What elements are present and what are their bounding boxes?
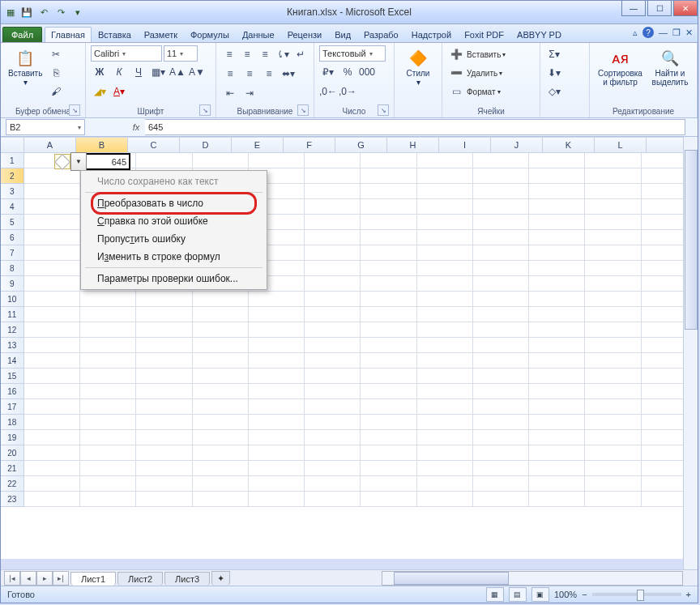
cell[interactable]	[136, 307, 192, 322]
cell[interactable]	[193, 307, 249, 322]
column-header[interactable]: K	[543, 138, 595, 152]
cell[interactable]	[417, 245, 473, 261]
qat-save-icon[interactable]: 💾	[19, 5, 34, 19]
styles-button[interactable]: 🔶 Стили▾	[399, 45, 437, 89]
cell[interactable]	[585, 215, 641, 230]
cell[interactable]	[473, 430, 529, 445]
row-header[interactable]: 17	[1, 399, 24, 415]
doc-close-icon[interactable]: ✕	[685, 28, 693, 38]
cell[interactable]	[80, 415, 136, 430]
cell[interactable]	[305, 215, 361, 230]
cell[interactable]	[529, 492, 585, 507]
horizontal-scrollbar[interactable]	[382, 571, 683, 586]
minimize-ribbon-icon[interactable]: ▵	[633, 28, 638, 38]
sheet-tab-3[interactable]: Лист3	[164, 572, 210, 586]
cell[interactable]	[361, 184, 416, 199]
cell[interactable]	[361, 153, 416, 168]
cell[interactable]	[417, 261, 473, 276]
fill-icon[interactable]: ⬇▾	[545, 64, 563, 82]
sort-filter-button[interactable]: ᴀя Сортировка и фильтр	[595, 45, 646, 89]
cell[interactable]	[529, 322, 585, 338]
font-launcher[interactable]: ↘	[199, 104, 211, 116]
align-middle-icon[interactable]: ≡	[239, 45, 255, 63]
cell[interactable]	[361, 261, 416, 276]
cell[interactable]	[585, 415, 641, 430]
cell[interactable]	[417, 415, 473, 430]
cell[interactable]	[80, 445, 136, 461]
column-header[interactable]: J	[491, 138, 543, 152]
row-header[interactable]: 22	[1, 476, 24, 492]
cut-icon[interactable]: ✂	[47, 45, 65, 63]
cell[interactable]	[193, 338, 249, 353]
cell[interactable]	[361, 338, 416, 353]
cell[interactable]	[24, 476, 80, 492]
currency-icon[interactable]: ₽▾	[319, 63, 337, 81]
cell[interactable]	[193, 445, 249, 461]
increase-font-icon[interactable]: A▲	[169, 63, 186, 81]
cell[interactable]	[473, 338, 529, 353]
cell[interactable]	[585, 399, 641, 415]
cell[interactable]	[417, 168, 473, 184]
row-header[interactable]: 9	[1, 276, 24, 292]
cell[interactable]	[473, 384, 529, 399]
cell[interactable]	[361, 415, 416, 430]
doc-minimize-icon[interactable]: —	[659, 28, 668, 37]
file-tab[interactable]: Файл	[2, 27, 42, 42]
vertical-scrollbar[interactable]	[683, 137, 698, 570]
cell[interactable]	[80, 461, 136, 476]
tab-data[interactable]: Данные	[236, 27, 281, 42]
menu-convert-to-number[interactable]: Преобразовать в число	[83, 194, 265, 212]
cell[interactable]	[136, 476, 192, 492]
cell[interactable]	[417, 184, 473, 199]
cell[interactable]	[80, 476, 136, 492]
cell[interactable]	[305, 322, 361, 338]
cell[interactable]	[24, 399, 80, 415]
orientation-icon[interactable]: ⤹▾	[275, 45, 291, 63]
cell[interactable]	[361, 245, 416, 261]
cell[interactable]	[136, 153, 192, 168]
cell[interactable]	[417, 353, 473, 369]
row-header[interactable]: 8	[1, 261, 24, 276]
menu-edit-formula-bar[interactable]: Изменить в строке формул	[83, 248, 265, 266]
cell[interactable]	[24, 276, 80, 292]
cell[interactable]	[361, 215, 416, 230]
error-dropdown-button[interactable]: ▼	[70, 152, 87, 171]
increase-indent-icon[interactable]: ⇥	[241, 84, 258, 102]
cell[interactable]	[24, 338, 80, 353]
decrease-indent-icon[interactable]: ⇤	[221, 84, 239, 102]
tab-view[interactable]: Вид	[328, 27, 357, 42]
cell[interactable]	[529, 399, 585, 415]
column-header[interactable]: G	[335, 138, 387, 152]
cell[interactable]	[361, 445, 416, 461]
cell[interactable]	[417, 369, 473, 384]
cell[interactable]	[473, 476, 529, 492]
view-pagebreak-icon[interactable]: ▣	[531, 587, 549, 602]
column-header[interactable]: B	[76, 138, 128, 152]
column-header[interactable]: I	[439, 138, 491, 152]
qat-redo-icon[interactable]: ↷	[53, 5, 68, 19]
row-header[interactable]: 16	[1, 384, 24, 399]
cell[interactable]	[585, 369, 641, 384]
cell[interactable]	[529, 415, 585, 430]
cell[interactable]	[585, 476, 641, 492]
cell[interactable]	[80, 307, 136, 322]
cell[interactable]	[361, 168, 416, 184]
cell[interactable]	[473, 168, 529, 184]
zoom-value[interactable]: 100%	[554, 590, 577, 599]
cell[interactable]	[136, 399, 192, 415]
cell[interactable]	[585, 338, 641, 353]
clear-icon[interactable]: ◇▾	[545, 83, 563, 100]
cell[interactable]	[529, 461, 585, 476]
row-header[interactable]: 18	[1, 415, 24, 430]
cell[interactable]	[80, 430, 136, 445]
cell[interactable]	[305, 384, 361, 399]
font-name-combo[interactable]: Calibri▾	[91, 45, 162, 62]
row-header[interactable]: 10	[1, 292, 24, 307]
cell[interactable]	[585, 430, 641, 445]
cell[interactable]	[417, 322, 473, 338]
cell[interactable]	[24, 415, 80, 430]
cell[interactable]	[193, 492, 249, 507]
clipboard-launcher[interactable]: ↘	[69, 104, 80, 116]
cell[interactable]	[473, 292, 529, 307]
cell[interactable]	[473, 322, 529, 338]
